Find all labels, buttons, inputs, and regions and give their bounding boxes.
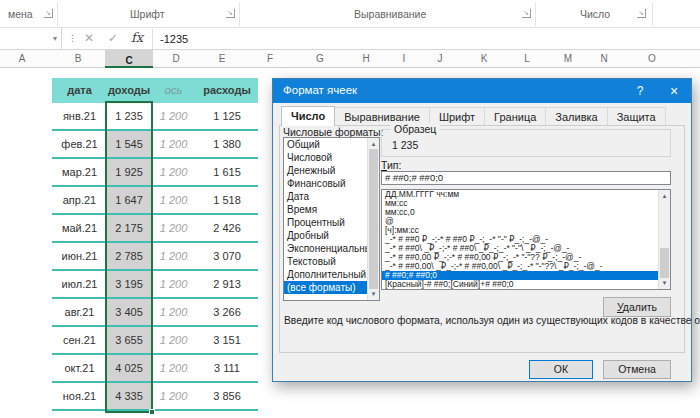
format-code-item[interactable]: мм:сс,0 — [382, 208, 658, 217]
scroll-down-icon[interactable]: ▾ — [368, 290, 379, 298]
cell-expense[interactable]: 2 426 — [196, 215, 258, 241]
format-code-item-selected[interactable]: # ##0;# ##0;0 — [382, 271, 658, 280]
header-cell-date[interactable]: дата — [52, 78, 107, 103]
category-item[interactable]: Экспоненциальный — [284, 242, 379, 255]
column-header-l[interactable]: L — [524, 53, 530, 64]
category-item[interactable]: Числовой — [284, 151, 379, 164]
header-cell-income[interactable]: доходы — [107, 78, 151, 103]
cell-income[interactable]: 2 175 — [107, 215, 151, 241]
cell-expense[interactable]: 3 151 — [196, 327, 258, 353]
cell-date[interactable]: сен.21 — [52, 327, 107, 353]
column-header-d[interactable]: D — [172, 53, 179, 64]
confirm-entry-icon[interactable]: ✓ — [108, 31, 118, 45]
tab-border[interactable]: Граница — [484, 107, 546, 126]
font-dialog-launcher-icon[interactable]: ↘ — [226, 9, 235, 18]
insert-function-icon[interactable]: fx — [131, 30, 143, 45]
cell-date[interactable]: фев.21 — [52, 131, 107, 157]
category-item[interactable]: Процентный — [284, 216, 379, 229]
cell-income[interactable]: 3 195 — [107, 271, 151, 297]
format-code-item[interactable]: мм:сс — [382, 199, 658, 208]
column-header-c-selected[interactable]: C — [105, 50, 153, 68]
cell-date[interactable]: май.21 — [52, 215, 107, 241]
dialog-title-bar[interactable]: Формат ячеек ? × — [273, 79, 691, 103]
format-code-item[interactable]: _-* # ##0 ₽_-;-* # ##0 ₽_-;_-* "-" ₽_-;_… — [382, 235, 658, 244]
category-item[interactable]: Текстовый — [284, 255, 379, 268]
cell-income[interactable]: 2 785 — [107, 243, 151, 269]
column-header-j[interactable]: J — [438, 53, 443, 64]
clipboard-dialog-launcher-icon[interactable]: ↘ — [44, 9, 53, 18]
format-code-item[interactable]: _-* # ##0,00 ₽_-;-* # ##0,00 ₽_-;_-* "-"… — [382, 253, 658, 262]
cell-date[interactable]: окт.21 — [52, 355, 107, 381]
column-header-n[interactable]: N — [600, 53, 607, 64]
column-header-m[interactable]: M — [564, 53, 572, 64]
cell-date[interactable]: июл.21 — [52, 271, 107, 297]
category-item[interactable]: Дата — [284, 190, 379, 203]
cell-date[interactable]: июн.21 — [52, 243, 107, 269]
cell-axis[interactable]: 1 200 — [151, 271, 196, 297]
close-icon[interactable]: × — [657, 79, 691, 103]
cell-expense[interactable]: 1 125 — [196, 103, 258, 129]
formula-input[interactable]: -1235 — [160, 33, 188, 45]
number-dialog-launcher-icon[interactable]: ↘ — [637, 9, 646, 18]
category-item-selected[interactable]: (все форматы) — [284, 281, 379, 294]
cell-date[interactable]: апр.21 — [52, 187, 107, 213]
column-header-b[interactable]: B — [75, 53, 82, 64]
cell-expense[interactable]: 3 856 — [196, 383, 258, 409]
cell-axis[interactable]: 1 200 — [151, 187, 196, 213]
type-input[interactable]: # ##0;# ##0;0 — [381, 171, 671, 185]
category-item[interactable]: Финансовый — [284, 177, 379, 190]
scroll-up-icon[interactable]: ▴ — [368, 140, 379, 148]
header-cell-expense[interactable]: расходы — [196, 78, 258, 103]
category-item[interactable]: Дополнительный — [284, 268, 379, 281]
cell-income[interactable]: 1 545 — [107, 131, 151, 157]
column-header-e[interactable]: E — [219, 53, 226, 64]
cell-axis[interactable]: 1 200 — [151, 215, 196, 241]
delete-button[interactable]: Удалить — [603, 297, 671, 317]
cell-income-active[interactable]: 1 235 — [107, 103, 151, 129]
alignment-dialog-launcher-icon[interactable]: ↘ — [522, 9, 531, 18]
cell-date[interactable]: янв.21 — [52, 103, 107, 129]
category-item[interactable]: Общий — [284, 138, 379, 151]
cell-axis[interactable]: 1 200 — [151, 243, 196, 269]
tab-number[interactable]: Число — [281, 106, 335, 126]
tab-fill[interactable]: Заливка — [545, 107, 607, 126]
category-scrollbar[interactable]: ▴ ▾ — [367, 138, 379, 300]
cancel-button[interactable]: Отмена — [603, 360, 671, 379]
category-item[interactable]: Дробный — [284, 229, 379, 242]
column-header-k[interactable]: K — [481, 53, 488, 64]
format-code-item[interactable]: _-* # ##0\ _₽_-;-* # ##0\ _₽_-;_-* "-"\ … — [382, 244, 658, 253]
name-box-dropdown-icon[interactable]: ▾ — [53, 34, 57, 43]
cell-axis[interactable]: 1 200 — [151, 299, 196, 325]
ok-button[interactable]: ОК — [529, 360, 593, 379]
column-header-g[interactable]: G — [316, 53, 324, 64]
format-list-scrollbar[interactable]: ▴ ▾ — [658, 190, 670, 289]
column-header-f[interactable]: F — [267, 53, 273, 64]
column-header-h[interactable]: H — [362, 53, 369, 64]
format-code-item[interactable]: [ч]:мм:сс — [382, 226, 658, 235]
cell-income[interactable]: 3 655 — [107, 327, 151, 353]
cell-income[interactable]: 3 405 — [107, 299, 151, 325]
cell-axis[interactable]: 1 200 — [151, 383, 196, 409]
category-item[interactable]: Денежный — [284, 164, 379, 177]
help-icon[interactable]: ? — [623, 79, 657, 103]
cell-axis[interactable]: 1 200 — [151, 355, 196, 381]
cell-expense[interactable]: 3 111 — [196, 355, 258, 381]
cell-income[interactable]: 1 925 — [107, 159, 151, 185]
cell-income[interactable]: 4 335 — [107, 383, 151, 409]
column-header-a[interactable]: A — [19, 53, 26, 64]
column-header-i[interactable]: I — [403, 53, 406, 64]
cell-expense[interactable]: 3 070 — [196, 243, 258, 269]
scrollbar-thumb[interactable] — [660, 248, 669, 278]
tab-protection[interactable]: Защита — [607, 107, 666, 126]
cell-axis[interactable]: 1 200 — [151, 103, 196, 129]
scroll-down-icon[interactable]: ▾ — [659, 279, 670, 287]
cell-expense[interactable]: 3 266 — [196, 299, 258, 325]
format-code-item[interactable]: _-* # ##0,00\ _₽_-;-* # ##0,00\ _₽_-;_-*… — [382, 262, 658, 271]
cell-expense[interactable]: 2 913 — [196, 271, 258, 297]
cell-axis[interactable]: 1 200 — [151, 131, 196, 157]
format-code-item[interactable]: [Красный]-# ##0;[Синий]+# ##0;0 — [382, 280, 658, 289]
cell-income[interactable]: 1 647 — [107, 187, 151, 213]
cell-date[interactable]: авг.21 — [52, 299, 107, 325]
category-item[interactable]: Время — [284, 203, 379, 216]
column-header-o[interactable]: O — [648, 53, 656, 64]
